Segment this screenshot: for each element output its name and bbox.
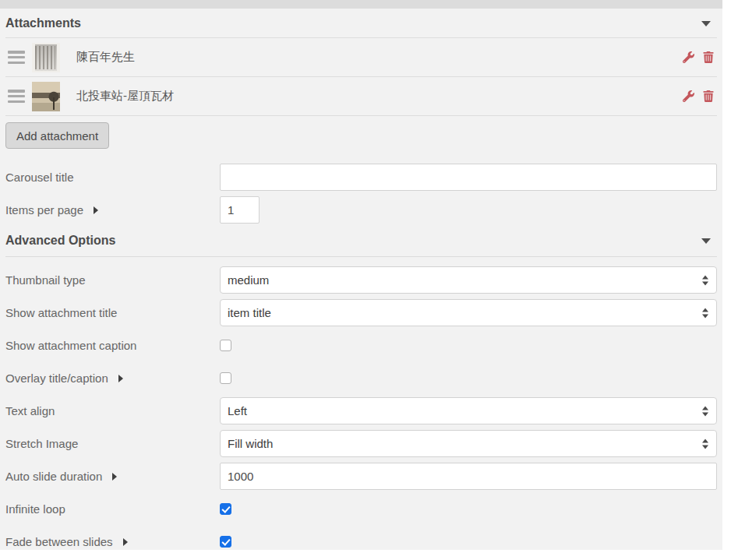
- auto-slide-duration-input[interactable]: [220, 463, 717, 490]
- attachment-row: 陳百年先生: [5, 38, 717, 77]
- add-attachment-button[interactable]: Add attachment: [5, 122, 109, 149]
- infinite-loop-checkbox[interactable]: [220, 503, 231, 515]
- attachments-title: Attachments: [5, 16, 81, 30]
- carousel-title-input[interactable]: [220, 164, 717, 191]
- attachment-actions: [683, 90, 717, 102]
- edit-attachment-button[interactable]: [683, 51, 694, 63]
- drag-handle-icon[interactable]: [8, 90, 25, 103]
- show-attachment-caption-checkbox[interactable]: [220, 340, 231, 351]
- select-stepper-icon: [702, 406, 708, 416]
- attachment-row: 北投車站-屋頂瓦材: [5, 77, 717, 116]
- field-row-carousel-title: Carousel title: [5, 164, 717, 191]
- field-row-items-per-page: Items per page: [5, 196, 717, 224]
- field-row-thumbnail-type: Thumbnail type medium: [5, 266, 717, 294]
- carousel-block-panel: Attachments 陳百年先生 北投車站-屋頂瓦材: [0, 9, 722, 550]
- select-stepper-icon: [702, 275, 708, 285]
- trash-icon: [703, 51, 714, 63]
- text-align-select[interactable]: Left: [220, 397, 717, 424]
- expand-arrow-icon[interactable]: [112, 473, 117, 481]
- selected-value: Fill width: [228, 437, 273, 450]
- expand-arrow-icon[interactable]: [118, 375, 123, 382]
- field-row-show-attachment-caption: Show attachment caption: [5, 332, 717, 359]
- infinite-loop-label: Infinite loop: [5, 502, 220, 516]
- selected-value: item title: [228, 306, 271, 319]
- overlay-title-caption-checkbox[interactable]: [220, 372, 231, 384]
- collapse-advanced-options-icon[interactable]: [701, 238, 711, 244]
- select-stepper-icon: [702, 438, 708, 449]
- text-align-label: Text align: [5, 404, 220, 417]
- advanced-options-header: Advanced Options: [5, 229, 717, 257]
- wrench-icon: [683, 90, 694, 102]
- auto-slide-duration-label: Auto slide duration: [5, 470, 220, 483]
- field-row-auto-slide-duration: Auto slide duration: [5, 463, 717, 490]
- items-per-page-input[interactable]: [220, 196, 260, 224]
- show-attachment-title-label: Show attachment title: [5, 306, 220, 319]
- selected-value: Left: [228, 404, 247, 417]
- block-header-strip: [0, 0, 722, 9]
- attachment-title: 陳百年先生: [76, 50, 135, 65]
- expand-arrow-icon[interactable]: [123, 538, 128, 546]
- show-attachment-title-select[interactable]: item title: [220, 299, 717, 326]
- field-row-stretch-image: Stretch Image Fill width: [5, 430, 717, 457]
- attachment-title: 北投車站-屋頂瓦材: [76, 89, 174, 104]
- items-per-page-label: Items per page: [5, 203, 220, 217]
- show-attachment-caption-label: Show attachment caption: [5, 339, 220, 352]
- fade-between-slides-checkbox[interactable]: [220, 536, 231, 548]
- delete-attachment-button[interactable]: [703, 51, 714, 63]
- thumbnail-type-label: Thumbnail type: [5, 273, 220, 287]
- field-row-show-attachment-title: Show attachment title item title: [5, 299, 717, 326]
- wrench-icon: [683, 51, 694, 63]
- collapse-attachments-icon[interactable]: [701, 21, 711, 26]
- advanced-options-title: Advanced Options: [5, 234, 115, 248]
- trash-icon: [703, 90, 714, 102]
- delete-attachment-button[interactable]: [703, 90, 714, 102]
- stretch-image-label: Stretch Image: [5, 437, 220, 450]
- expand-arrow-icon[interactable]: [94, 206, 98, 214]
- attachment-actions: [683, 51, 717, 63]
- thumbnail-type-select[interactable]: medium: [220, 266, 717, 294]
- drag-handle-icon[interactable]: [8, 51, 25, 64]
- overlay-title-caption-label: Overlay title/caption: [5, 372, 220, 385]
- attachment-thumbnail: [32, 82, 60, 111]
- field-row-fade-between-slides: Fade between slides: [5, 528, 717, 555]
- field-row-overlay-title-caption: Overlay title/caption: [5, 365, 717, 392]
- block-settings-page: Attachments 陳百年先生 北投車站-屋頂瓦材: [0, 0, 731, 560]
- fade-between-slides-label: Fade between slides: [5, 535, 220, 548]
- attachment-thumbnail: [32, 43, 60, 72]
- selected-value: medium: [228, 273, 269, 287]
- field-row-infinite-loop: Infinite loop: [5, 495, 717, 523]
- select-stepper-icon: [702, 308, 708, 318]
- field-row-text-align: Text align Left: [5, 397, 717, 424]
- edit-attachment-button[interactable]: [683, 90, 694, 102]
- attachments-section-header: Attachments: [5, 9, 717, 38]
- carousel-title-label: Carousel title: [5, 171, 220, 184]
- stretch-image-select[interactable]: Fill width: [220, 430, 717, 457]
